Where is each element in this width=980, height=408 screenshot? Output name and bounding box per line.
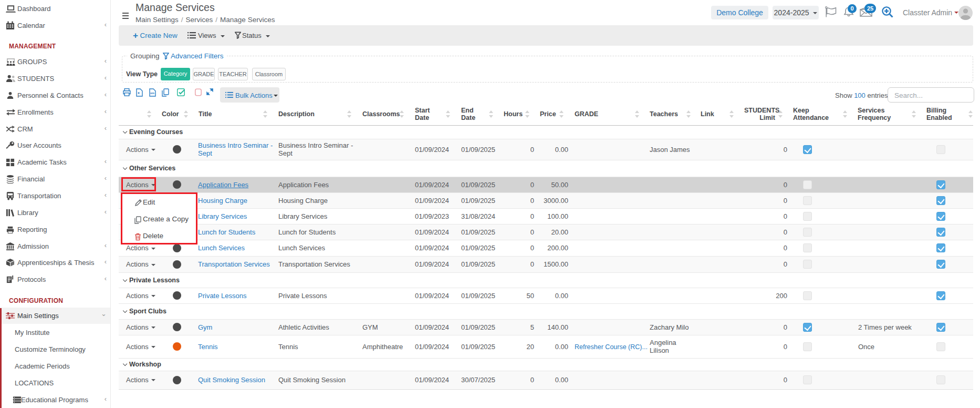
svg-text:x: x bbox=[138, 91, 140, 95]
svg-text:xm: xm bbox=[150, 91, 154, 95]
